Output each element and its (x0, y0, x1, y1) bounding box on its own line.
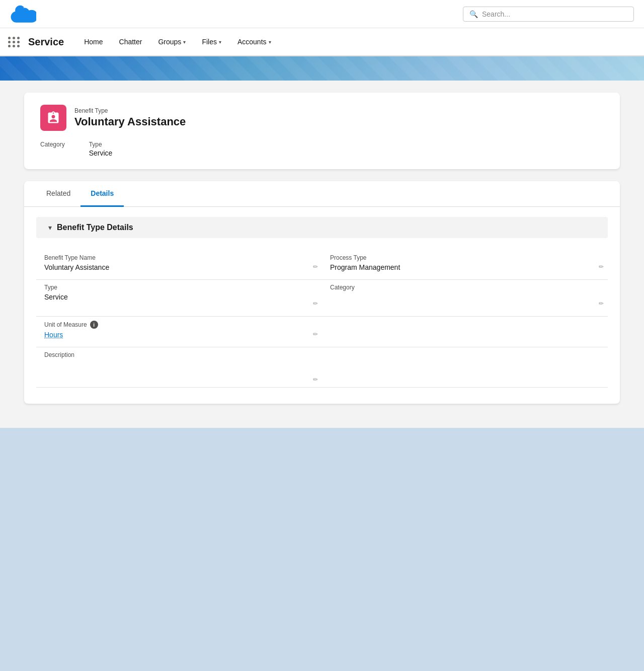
nav-items: Home Chatter Groups ▾ Files ▾ Accounts ▾ (76, 28, 279, 55)
nav-item-files[interactable]: Files ▾ (194, 29, 229, 56)
nav-item-home[interactable]: Home (76, 29, 111, 56)
record-field-category: Category (40, 141, 65, 157)
benefit-type-name-value: Voluntary Assistance (44, 263, 314, 271)
field-category: Category ✏ (322, 280, 608, 317)
detail-card: Related Details ▾ Benefit Type Details B… (24, 181, 620, 404)
empty-value (330, 321, 600, 336)
record-category-label: Category (40, 141, 65, 148)
record-field-type: Type Service (89, 141, 113, 157)
record-title-row: Benefit Type Voluntary Assistance (40, 105, 604, 131)
nav-chatter-label: Chatter (119, 38, 142, 46)
edit-type-icon[interactable]: ✏ (313, 300, 318, 307)
fields-section: Benefit Type Name Voluntary Assistance ✏… (24, 238, 620, 404)
unit-of-measure-value[interactable]: Hours (44, 331, 314, 339)
search-icon: 🔍 (469, 10, 478, 18)
section-collapse-icon: ▾ (48, 223, 52, 232)
record-name: Voluntary Assistance (74, 115, 186, 128)
field-empty-right-4 (322, 347, 608, 388)
process-type-label: Process Type (330, 254, 600, 261)
tabs-row: Related Details (24, 181, 620, 207)
edit-process-type-icon[interactable]: ✏ (599, 263, 604, 270)
type-label: Type (44, 284, 314, 291)
tab-related-label: Related (46, 189, 70, 197)
chevron-down-icon: ▾ (183, 39, 186, 45)
nav-files-label: Files (202, 38, 217, 46)
type-value: Service (44, 293, 314, 301)
edit-category-icon[interactable]: ✏ (599, 300, 604, 307)
nav-item-groups[interactable]: Groups ▾ (150, 29, 194, 56)
section-header-title: Benefit Type Details (57, 223, 133, 232)
fields-grid: Benefit Type Name Voluntary Assistance ✏… (36, 250, 608, 388)
record-type-icon (40, 105, 66, 131)
category-label: Category (330, 284, 600, 291)
record-type-value: Service (89, 149, 113, 157)
edit-benefit-type-name-icon[interactable]: ✏ (313, 263, 318, 270)
description-label: Description (44, 351, 314, 358)
nav-accounts-label: Accounts (237, 38, 267, 46)
field-empty-right-3 (322, 317, 608, 347)
edit-description-icon[interactable]: ✏ (313, 376, 318, 383)
tab-details[interactable]: Details (80, 181, 124, 207)
nav-home-label: Home (84, 38, 103, 46)
field-type: Type Service ✏ (36, 280, 322, 317)
hero-band (0, 56, 644, 81)
chevron-down-icon: ▾ (269, 39, 271, 45)
tab-related[interactable]: Related (36, 181, 80, 207)
nav-app-name: Service (28, 36, 64, 48)
nav-groups-label: Groups (158, 38, 181, 46)
search-bar[interactable]: 🔍 Search... (463, 7, 634, 22)
nav-item-accounts[interactable]: Accounts ▾ (229, 29, 279, 56)
record-title-text: Benefit Type Voluntary Assistance (74, 107, 186, 128)
field-description: Description ✏ (36, 347, 322, 388)
app-launcher-button[interactable] (8, 37, 20, 47)
tab-details-label: Details (91, 189, 114, 197)
record-fields-row: Category Type Service (40, 141, 604, 157)
record-object-type: Benefit Type (74, 107, 186, 114)
description-value (44, 360, 314, 376)
nav-item-chatter[interactable]: Chatter (111, 29, 150, 56)
record-header-card: Benefit Type Voluntary Assistance Catego… (24, 93, 620, 169)
category-value (330, 293, 600, 308)
unit-of-measure-info-icon[interactable]: i (90, 321, 98, 329)
top-bar: 🔍 Search... (0, 0, 644, 28)
edit-unit-of-measure-icon[interactable]: ✏ (313, 331, 318, 338)
field-unit-of-measure: Unit of Measure i Hours ✏ (36, 317, 322, 347)
benefit-type-details-section[interactable]: ▾ Benefit Type Details (36, 217, 608, 238)
record-type-label: Type (89, 141, 113, 148)
search-placeholder: Search... (482, 10, 510, 18)
salesforce-logo (10, 5, 36, 23)
empty-value-2 (330, 351, 600, 366)
benefit-type-name-label: Benefit Type Name (44, 254, 314, 261)
chevron-down-icon: ▾ (219, 39, 221, 45)
record-header: Benefit Type Voluntary Assistance Catego… (0, 81, 644, 181)
nav-bar: Service Home Chatter Groups ▾ Files ▾ Ac… (0, 28, 644, 56)
main-content: Related Details ▾ Benefit Type Details B… (0, 181, 644, 428)
process-type-value: Program Management (330, 263, 600, 271)
unit-of-measure-label: Unit of Measure i (44, 321, 314, 329)
benefit-type-svg-icon (46, 111, 60, 125)
field-process-type: Process Type Program Management ✏ (322, 250, 608, 280)
field-benefit-type-name: Benefit Type Name Voluntary Assistance ✏ (36, 250, 322, 280)
